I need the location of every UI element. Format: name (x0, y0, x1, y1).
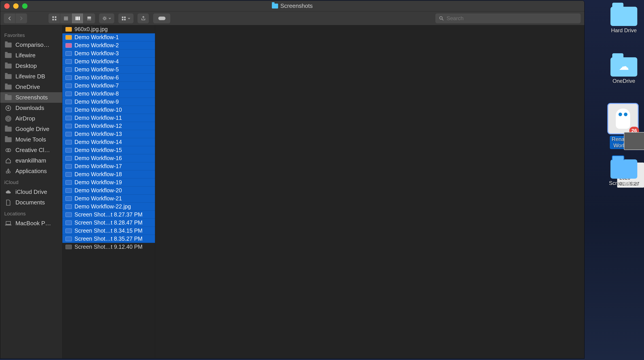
group-icon (122, 16, 126, 21)
maximize-button[interactable] (22, 3, 28, 9)
body-area: FavoritesCompariso…LifewireDesktopLifewi… (0, 25, 584, 358)
folder-icon (4, 84, 12, 90)
icon-view-button[interactable] (48, 14, 60, 23)
gallery-view-button[interactable] (84, 14, 95, 23)
file-row[interactable]: Demo Workflow-6 (62, 74, 155, 82)
sidebar-item[interactable]: Movie Tools (0, 134, 62, 145)
sidebar-item-label: Desktop (16, 63, 37, 69)
sidebar-item-label: Downloads (16, 105, 44, 111)
sidebar-item[interactable]: MacBook P… (0, 218, 62, 229)
sidebar-item[interactable]: iCloud Drive (0, 187, 62, 197)
file-row[interactable]: Screen Shot…t 9.12.40 PM (62, 243, 155, 251)
sidebar-item[interactable]: Lifewire (0, 50, 62, 61)
file-row[interactable]: Demo Workflow-5 (62, 66, 155, 74)
desktop-screenshots-folder[interactable]: Screenshots (604, 159, 644, 186)
forward-button[interactable] (16, 14, 27, 23)
window-title: Screenshots (272, 3, 313, 10)
file-name: Demo Workflow-2 (74, 42, 119, 49)
sidebar-item-label: Google Drive (16, 126, 50, 132)
search-input[interactable] (446, 15, 577, 22)
folder-icon (4, 42, 12, 48)
folder-icon (4, 94, 12, 101)
file-name: Demo Workflow-7 (74, 82, 119, 89)
file-row[interactable]: Demo Workflow-11 (62, 114, 155, 122)
file-row[interactable]: Demo Workflow-18 (62, 170, 155, 178)
file-row[interactable]: Demo Workflow-12 (62, 122, 155, 130)
columns-icon (75, 16, 80, 21)
sidebar-item[interactable]: Applications (0, 166, 62, 176)
sidebar-item[interactable]: Lifewire DB (0, 71, 62, 82)
file-row[interactable]: Demo Workflow-9 (62, 98, 155, 106)
sidebar-item[interactable]: Screenshots (0, 92, 62, 103)
column-area: 960x0.jpg.jpgDemo Workflow-1Demo Workflo… (62, 25, 584, 358)
file-row[interactable]: Screen Shot…t 8.28.47 PM (62, 219, 155, 227)
list-view-button[interactable] (60, 14, 72, 23)
file-row[interactable]: Demo Workflow-19 (62, 178, 155, 187)
file-row[interactable]: Screen Shot…t 8.35.27 PM (62, 235, 155, 243)
file-thumbnail-icon (66, 100, 72, 104)
file-row[interactable]: Demo Workflow-17 (62, 162, 155, 170)
desktop-hard-drive[interactable]: Hard Drive (604, 7, 644, 34)
file-row[interactable]: Demo Workflow-13 (62, 130, 155, 138)
file-row[interactable]: Demo Workflow-10 (62, 106, 155, 114)
search-field[interactable] (435, 14, 581, 23)
downloads-icon (4, 105, 12, 111)
file-row[interactable]: Demo Workflow-7 (62, 82, 155, 90)
file-name: Screen Shot…t 8.35.27 PM (74, 236, 142, 242)
file-list-column[interactable]: 960x0.jpg.jpgDemo Workflow-1Demo Workflo… (62, 25, 155, 358)
sidebar-item-label: MacBook P… (16, 220, 51, 227)
file-row[interactable]: Demo Workflow-8 (62, 90, 155, 98)
file-name: Demo Workflow-10 (74, 107, 122, 113)
file-thumbnail-icon (66, 27, 72, 32)
file-row[interactable]: Demo Workflow-20 (62, 187, 155, 195)
laptop-icon (4, 220, 12, 227)
sidebar-item[interactable]: OneDrive (0, 82, 62, 92)
minimize-button[interactable] (13, 3, 18, 9)
file-row[interactable]: Demo Workflow-1 (62, 33, 155, 41)
file-name: Demo Workflow-15 (74, 147, 122, 153)
group-menu[interactable] (118, 14, 134, 23)
file-row[interactable]: Demo Workflow-2 (62, 41, 155, 50)
sidebar-item[interactable]: AirDrop (0, 113, 62, 124)
gallery-icon (87, 16, 92, 21)
file-row[interactable]: Demo Workflow-16 (62, 154, 155, 162)
desktop-onedrive[interactable]: OneDrive (604, 57, 644, 84)
desktop-label: Hard Drive (611, 27, 637, 34)
sidebar-item[interactable]: Desktop (0, 61, 62, 71)
file-row[interactable]: Screen Shot…t 8.34.15 PM (62, 227, 155, 235)
file-thumbnail-icon (66, 229, 72, 233)
file-thumbnail-icon (66, 75, 72, 80)
svg-rect-11 (88, 20, 88, 20)
file-row[interactable]: Demo Workflow-4 (62, 58, 155, 66)
file-name: Screen Shot…t 8.27.37 PM (74, 211, 142, 218)
action-menu[interactable] (99, 14, 114, 23)
sidebar-item[interactable]: evankillham (0, 155, 62, 166)
finder-window: Screenshots (0, 1, 584, 359)
tags-button[interactable] (153, 14, 170, 23)
titlebar[interactable]: Screenshots (0, 1, 584, 12)
window-title-text: Screenshots (280, 3, 313, 10)
file-name: Demo Workflow-12 (74, 123, 122, 129)
file-thumbnail-icon (66, 59, 72, 64)
file-row[interactable]: Demo Workflow-14 (62, 138, 155, 146)
back-button[interactable] (4, 14, 16, 23)
sidebar-item[interactable]: Compariso… (0, 40, 62, 50)
file-row[interactable]: Demo Workflow-21 (62, 195, 155, 203)
file-row[interactable]: Demo Workflow-3 (62, 50, 155, 58)
svg-rect-10 (88, 17, 91, 19)
file-thumbnail-icon (66, 245, 72, 249)
file-row[interactable]: Demo Workflow-22.jpg (62, 203, 155, 211)
sidebar-item[interactable]: Documents (0, 197, 62, 208)
close-button[interactable] (4, 3, 10, 9)
file-name: Demo Workflow-18 (74, 171, 122, 177)
sidebar[interactable]: FavoritesCompariso…LifewireDesktopLifewi… (0, 25, 62, 358)
file-row[interactable]: Screen Shot…t 8.27.37 PM (62, 211, 155, 219)
share-button[interactable] (138, 14, 149, 23)
sidebar-item[interactable]: Google Drive (0, 124, 62, 134)
file-name: Demo Workflow-5 (74, 66, 119, 73)
column-view-button[interactable] (72, 14, 84, 23)
file-row[interactable]: 960x0.jpg.jpg (62, 25, 155, 33)
sidebar-item[interactable]: Creative Cl… (0, 145, 62, 155)
sidebar-item[interactable]: Downloads (0, 103, 62, 113)
file-row[interactable]: Demo Workflow-15 (62, 146, 155, 154)
